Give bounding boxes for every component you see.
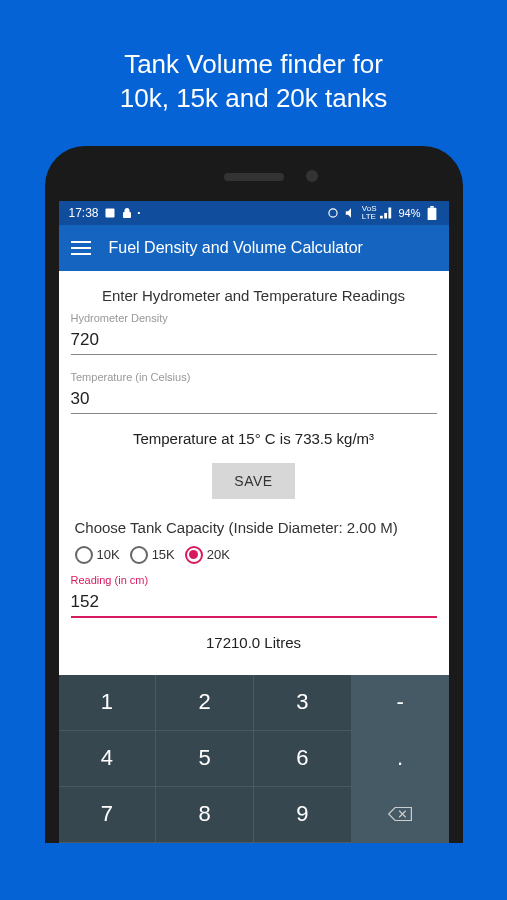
density-result: Temperature at 15° C is 733.5 kg/m³ <box>71 430 437 447</box>
temperature-label: Temperature (in Celsius) <box>71 371 437 383</box>
alarm-icon <box>326 206 340 220</box>
radio-10k[interactable]: 10K <box>75 546 120 564</box>
temperature-input[interactable] <box>71 385 437 414</box>
status-bar: 17:38 • VoSLTE 94% <box>59 201 449 225</box>
svg-rect-1 <box>427 207 436 219</box>
density-input[interactable] <box>71 326 437 355</box>
key-4[interactable]: 4 <box>59 731 157 787</box>
key-dot[interactable]: . <box>352 731 449 787</box>
save-button-1[interactable]: SAVE <box>212 463 294 499</box>
key-1[interactable]: 1 <box>59 675 157 731</box>
numeric-keyboard: 1 2 3 - 4 5 6 . 7 8 9 <box>59 675 449 843</box>
menu-icon[interactable] <box>71 241 91 255</box>
backspace-icon <box>387 805 413 823</box>
section2-title: Choose Tank Capacity (Inside Diameter: 2… <box>71 519 437 536</box>
network-label: VoSLTE <box>362 205 377 221</box>
phone-frame: 17:38 • VoSLTE 94% Fuel Density and Volu… <box>45 146 463 843</box>
svg-rect-2 <box>430 206 434 208</box>
signal-icon <box>380 206 394 220</box>
image-icon <box>104 207 116 219</box>
section1-title: Enter Hydrometer and Temperature Reading… <box>71 287 437 304</box>
lock-icon <box>121 207 133 219</box>
content-area: Enter Hydrometer and Temperature Reading… <box>59 271 449 675</box>
promo-title: Tank Volume finder for 10k, 15k and 20k … <box>0 0 507 146</box>
battery-icon <box>425 206 439 220</box>
svg-rect-0 <box>105 208 114 217</box>
status-dot: • <box>138 208 141 217</box>
radio-20k[interactable]: 20K <box>185 546 230 564</box>
status-time: 17:38 <box>69 206 99 220</box>
radio-circle-selected-icon <box>185 546 203 564</box>
reading-input[interactable] <box>71 588 437 618</box>
radio-circle-icon <box>75 546 93 564</box>
key-7[interactable]: 7 <box>59 787 157 843</box>
key-backspace[interactable] <box>352 787 449 843</box>
phone-earpiece <box>224 173 284 181</box>
radio-circle-icon <box>130 546 148 564</box>
radio-15k[interactable]: 15K <box>130 546 175 564</box>
key-2[interactable]: 2 <box>156 675 254 731</box>
key-6[interactable]: 6 <box>254 731 352 787</box>
volume-result: 17210.0 Litres <box>71 634 437 651</box>
key-minus[interactable]: - <box>352 675 449 731</box>
phone-camera <box>306 170 318 182</box>
key-5[interactable]: 5 <box>156 731 254 787</box>
key-8[interactable]: 8 <box>156 787 254 843</box>
reading-label: Reading (in cm) <box>71 574 437 586</box>
density-label: Hydrometer Density <box>71 312 437 324</box>
tank-capacity-radios: 10K 15K 20K <box>71 546 437 564</box>
key-3[interactable]: 3 <box>254 675 352 731</box>
key-9[interactable]: 9 <box>254 787 352 843</box>
status-battery: 94% <box>398 207 420 219</box>
mute-icon <box>344 206 358 220</box>
app-title: Fuel Density and Volume Calculator <box>109 239 363 257</box>
app-bar: Fuel Density and Volume Calculator <box>59 225 449 271</box>
